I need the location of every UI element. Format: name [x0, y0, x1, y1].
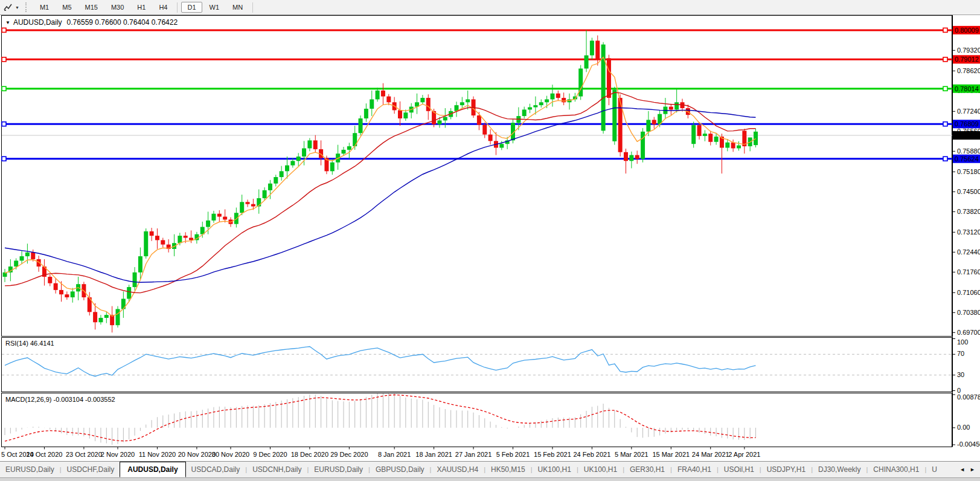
- tab-scroll-left-button[interactable]: ◄: [959, 466, 965, 473]
- svg-text:24 Mar 2021: 24 Mar 2021: [692, 451, 729, 458]
- macd-pane: 0.0087850.00-0.004503MACD(12,26,9) -0.00…: [5, 392, 980, 448]
- svg-text:14 Oct 2020: 14 Oct 2020: [26, 451, 62, 458]
- rsi-label: RSI(14) 46.4141: [5, 340, 54, 347]
- tab-eurusd-daily[interactable]: EURUSD,Daily: [0, 465, 60, 474]
- svg-text:0.71760: 0.71760: [957, 268, 980, 276]
- rsi-line: [5, 347, 756, 376]
- svg-text:2 Apr 2021: 2 Apr 2021: [728, 451, 760, 458]
- svg-text:-0.004503: -0.004503: [957, 441, 980, 448]
- timeframe-mn-button[interactable]: MN: [226, 2, 249, 13]
- chart-title-ohlc: 0.76559 0.76600 0.76404 0.76422: [67, 18, 178, 27]
- chart-title: ▼AUDUSD,Daily0.76559 0.76600 0.76404 0.7…: [5, 18, 178, 27]
- svg-text:0.78014: 0.78014: [955, 85, 979, 92]
- timeframe-d1-button[interactable]: D1: [181, 2, 202, 13]
- svg-text:30: 30: [957, 371, 964, 378]
- macd-label: MACD(12,26,9) -0.003104 -0.003552: [5, 396, 115, 403]
- candles-layer: [3, 30, 758, 332]
- chart-canvas[interactable]: 0.793200.786200.779400.772400.765600.758…: [0, 15, 980, 461]
- svg-text:0.71060: 0.71060: [957, 289, 980, 296]
- svg-text:0.00: 0.00: [957, 424, 970, 431]
- svg-text:0.76422: 0.76422: [955, 132, 979, 139]
- toolbar-separator: [177, 2, 178, 13]
- svg-text:18 Dec 2020: 18 Dec 2020: [291, 451, 328, 458]
- symbol-tabs: EURUSD,Daily|USDCHF,DailyAUDUSD,DailyUSD…: [0, 462, 943, 477]
- svg-text:0.70380: 0.70380: [957, 309, 980, 316]
- tab-usdchf-daily[interactable]: USDCHF,Daily: [62, 465, 120, 474]
- svg-text:0.75624: 0.75624: [955, 155, 979, 163]
- svg-text:15 Mar 2021: 15 Mar 2021: [652, 451, 690, 458]
- svg-text:8 Jan 2021: 8 Jan 2021: [378, 451, 411, 458]
- ma-20-line: [5, 92, 756, 293]
- svg-text:11 Nov 2020: 11 Nov 2020: [139, 451, 176, 458]
- svg-text:5 Mar 2021: 5 Mar 2021: [615, 451, 649, 458]
- svg-text:23 Oct 2020: 23 Oct 2020: [66, 451, 102, 458]
- bottom-strip: [0, 477, 980, 481]
- tab-uk100-h1[interactable]: UK100,H1: [533, 465, 577, 474]
- tab-audusd-daily[interactable]: AUDUSD,Daily: [120, 462, 185, 477]
- svg-text:0.79320: 0.79320: [957, 47, 980, 54]
- timeframe-w1-button[interactable]: W1: [203, 2, 226, 13]
- tab-uk100-h1[interactable]: UK100,H1: [578, 465, 623, 474]
- svg-text:2 Nov 2020: 2 Nov 2020: [101, 451, 135, 458]
- timeframe-h1-button[interactable]: H1: [131, 2, 152, 13]
- timeframe-h4-button[interactable]: H4: [153, 2, 173, 13]
- tab-gbpusd-daily[interactable]: GBPUSD,Daily: [370, 465, 430, 474]
- tab-u[interactable]: U: [926, 465, 943, 474]
- timeframe-m30-button[interactable]: M30: [105, 2, 130, 13]
- tab-usoil-h1[interactable]: USOil,H1: [719, 465, 760, 474]
- tab-xauusd-h4[interactable]: XAUUSD,H4: [431, 465, 484, 474]
- timeframe-buttons: M1M5M15M30H1H4D1W1MN: [33, 2, 256, 13]
- chart-title-symbol: AUDUSD,Daily: [13, 18, 62, 27]
- rsi-pane: 10070300RSI(14) 46.4141: [2, 338, 968, 394]
- tab-usdcnh-daily[interactable]: USDCNH,Daily: [247, 465, 307, 474]
- svg-text:0.69700: 0.69700: [957, 329, 980, 336]
- svg-text:0.73820: 0.73820: [957, 208, 980, 215]
- svg-text:24 Feb 2021: 24 Feb 2021: [574, 451, 611, 458]
- svg-text:0.75880: 0.75880: [957, 147, 980, 155]
- tab-scroll-right-button[interactable]: ►: [970, 466, 975, 473]
- svg-text:0.008785: 0.008785: [957, 393, 980, 401]
- svg-text:27 Jan 2021: 27 Jan 2021: [455, 451, 492, 458]
- svg-text:0.80009: 0.80009: [955, 27, 979, 34]
- svg-text:30 Nov 2020: 30 Nov 2020: [212, 451, 249, 458]
- tab-eurusd-daily[interactable]: EURUSD,Daily: [309, 465, 368, 474]
- symbol-tabbar: EURUSD,Daily|USDCHF,DailyAUDUSD,DailyUSD…: [0, 461, 980, 477]
- ma-5-line: [5, 57, 756, 317]
- svg-text:5 Feb 2021: 5 Feb 2021: [496, 451, 530, 458]
- timeframe-m1-button[interactable]: M1: [34, 2, 55, 13]
- price-axis[interactable]: 0.793200.786200.779400.772400.765600.758…: [952, 15, 980, 447]
- horizontal-lines[interactable]: [2, 28, 952, 161]
- toolbar-grip[interactable]: [25, 2, 28, 12]
- date-axis[interactable]: 5 Oct 202014 Oct 202023 Oct 20202 Nov 20…: [1, 447, 760, 458]
- chart-cursor-icon: [4, 3, 13, 11]
- svg-text:18 Jan 2021: 18 Jan 2021: [415, 451, 452, 458]
- tab-usdcad-daily[interactable]: USDCAD,Daily: [186, 465, 246, 474]
- tab-dj30-weekly[interactable]: DJ30,Weekly: [813, 465, 866, 474]
- svg-text:0.76809: 0.76809: [955, 120, 979, 128]
- svg-text:0.73120: 0.73120: [957, 228, 980, 236]
- tab-scroll-arrows: ◄ ►: [955, 466, 980, 473]
- tab-usdjpy-h1[interactable]: USDJPY,H1: [761, 465, 811, 474]
- top-toolbar: ▼ M1M5M15M30H1H4D1W1MN: [0, 0, 980, 15]
- tab-ger30-h1[interactable]: GER30,H1: [624, 465, 670, 474]
- timeframe-m5-button[interactable]: M5: [56, 2, 77, 13]
- svg-text:0.75180: 0.75180: [957, 168, 980, 175]
- svg-text:0.78620: 0.78620: [957, 67, 980, 74]
- svg-text:100: 100: [957, 338, 968, 346]
- moving-averages: [5, 57, 756, 317]
- tab-fra40-h1[interactable]: FRA40,H1: [672, 465, 717, 474]
- macd-histogram: [5, 392, 756, 445]
- toolbar-separator: [252, 2, 253, 13]
- svg-text:70: 70: [957, 350, 964, 357]
- timeframe-m15-button[interactable]: M15: [79, 2, 104, 13]
- collapse-arrow-icon[interactable]: ▼: [5, 20, 10, 25]
- tab-hk50-m15[interactable]: HK50,M15: [485, 465, 531, 474]
- tab-china300-h1[interactable]: CHINA300,H1: [868, 465, 924, 474]
- cursor-tool-button[interactable]: [4, 3, 13, 11]
- svg-text:29 Dec 2020: 29 Dec 2020: [330, 451, 368, 458]
- svg-text:0.79012: 0.79012: [955, 56, 979, 63]
- svg-text:9 Dec 2020: 9 Dec 2020: [253, 451, 287, 458]
- chevron-down-icon[interactable]: ▼: [15, 5, 19, 10]
- svg-text:0.77240: 0.77240: [957, 108, 980, 115]
- svg-text:15 Feb 2021: 15 Feb 2021: [534, 451, 571, 458]
